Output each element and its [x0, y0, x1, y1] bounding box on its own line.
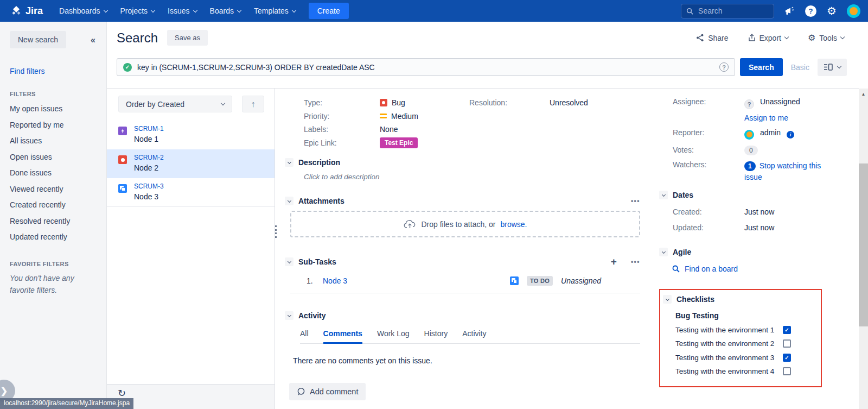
new-search-button[interactable]: New search — [10, 31, 66, 48]
subtask-assignee: Unassigned — [561, 276, 601, 285]
bug-icon — [380, 99, 387, 106]
tab-activity[interactable]: Activity — [462, 329, 486, 338]
activity-tabs: All Comments Work Log History Activity — [300, 329, 640, 344]
nav-boards[interactable]: Boards — [203, 0, 247, 22]
nav-projects[interactable]: Projects — [114, 0, 162, 22]
favorite-filters-empty-text: You don't have any favorite filters. — [10, 272, 97, 296]
layout-switcher-button[interactable] — [818, 59, 847, 76]
type-value: Bug — [392, 98, 405, 107]
issue-row-scrum-3[interactable]: SCRUM-3 Node 3 — [107, 178, 275, 207]
attachments-more-icon[interactable]: ••• — [631, 197, 640, 205]
collapse-section-icon[interactable] — [285, 158, 293, 167]
find-filters-link[interactable]: Find filters — [10, 67, 97, 75]
global-search-input[interactable]: Search — [681, 4, 774, 18]
find-on-board-link[interactable]: Find on a board — [656, 265, 831, 273]
issue-row-scrum-2[interactable]: SCRUM-2 Node 2 — [107, 149, 275, 178]
jql-query-input[interactable]: ✓ key in (SCRUM-1,SCRUM-2,SCRUM-3) ORDER… — [117, 58, 735, 76]
unassigned-avatar-icon: ? — [744, 99, 754, 109]
scrollbar-thumb[interactable] — [859, 163, 868, 326]
collapse-section-icon[interactable] — [285, 311, 293, 320]
checklist-checkbox[interactable] — [783, 354, 791, 362]
nav-boards-label: Boards — [210, 7, 234, 15]
save-as-button[interactable]: Save as — [167, 30, 208, 46]
export-button[interactable]: Export — [748, 34, 788, 42]
basic-mode-link[interactable]: Basic — [791, 63, 809, 72]
checklist-checkbox[interactable] — [783, 339, 791, 348]
search-icon — [686, 8, 693, 15]
checklist-item-label: Testing with the environment 2 — [675, 339, 783, 348]
export-label: Export — [760, 34, 781, 42]
status-url-tooltip: localhost:2990/jira/secure/MyJiraHome.js… — [0, 398, 133, 409]
issue-row-scrum-1[interactable]: SCRUM-1 Node 1 — [107, 121, 275, 149]
votes-badge[interactable]: 0 — [744, 146, 758, 155]
settings-gear-icon[interactable]: ⚙ — [827, 5, 837, 16]
user-avatar[interactable] — [847, 4, 860, 18]
nav-right-group: Search ? ⚙ — [681, 4, 860, 18]
issue-key-link[interactable]: SCRUM-2 — [134, 154, 275, 161]
collapse-section-icon[interactable] — [285, 197, 293, 205]
search-button[interactable]: Search — [740, 58, 783, 76]
checklist-checkbox[interactable] — [783, 367, 791, 375]
subtasks-more-icon[interactable]: ••• — [631, 258, 640, 266]
issue-summary: Node 3 — [134, 192, 275, 201]
sort-direction-button[interactable]: ↑ — [242, 96, 264, 112]
collapse-section-icon[interactable] — [285, 257, 293, 266]
scrollbar-up-icon[interactable]: ▲ — [859, 89, 868, 97]
tab-comments[interactable]: Comments — [323, 329, 362, 338]
nav-issues-label: Issues — [168, 7, 189, 15]
info-icon[interactable]: i — [787, 131, 794, 139]
sidebar-item-reported-by-me[interactable]: Reported by me — [10, 117, 97, 134]
collapse-section-icon[interactable] — [659, 248, 668, 256]
pane-resize-handle[interactable] — [275, 225, 277, 238]
sidebar-item-open-issues[interactable]: Open issues — [10, 149, 97, 166]
tab-history[interactable]: History — [424, 329, 448, 338]
add-comment-button[interactable]: Add comment — [289, 383, 366, 400]
favorite-filters-heading: FAVORITE FILTERS — [10, 261, 97, 267]
help-icon[interactable]: ? — [805, 5, 816, 17]
sidebar-item-my-open-issues[interactable]: My open issues — [10, 101, 97, 117]
watchers-badge[interactable]: 1 — [744, 161, 756, 171]
nav-templates[interactable]: Templates — [247, 0, 302, 22]
collapse-sidebar-icon[interactable]: « — [91, 35, 95, 45]
collapse-section-icon[interactable] — [659, 191, 668, 199]
megaphone-icon[interactable] — [784, 7, 795, 16]
epic-link-label: Epic Link: — [304, 139, 380, 147]
find-on-board-label: Find on a board — [685, 265, 738, 273]
share-label: Share — [708, 34, 728, 42]
checklist-item-label: Testing with the environment 3 — [675, 354, 783, 362]
refresh-icon[interactable]: ↻ — [118, 388, 126, 399]
sidebar-item-resolved-recently[interactable]: Resolved recently — [10, 213, 97, 230]
app-body: New search « Find filters FILTERS My ope… — [0, 22, 868, 409]
sidebar-item-updated-recently[interactable]: Updated recently — [10, 229, 97, 246]
issue-key-link[interactable]: SCRUM-3 — [134, 183, 275, 190]
assignee-label: Assignee: — [673, 97, 744, 122]
checklist-checkbox[interactable] — [783, 326, 791, 334]
tab-all[interactable]: All — [300, 329, 309, 338]
issue-key-link[interactable]: SCRUM-1 — [134, 125, 275, 133]
sidebar-item-created-recently[interactable]: Created recently — [10, 197, 97, 213]
add-subtask-icon[interactable]: + — [611, 256, 617, 268]
browse-link[interactable]: browse. — [500, 220, 527, 229]
vertical-scrollbar[interactable]: ▲ — [859, 89, 868, 409]
tools-button[interactable]: ⚙ Tools — [808, 33, 844, 43]
sidebar-item-viewed-recently[interactable]: Viewed recently — [10, 181, 97, 198]
jql-help-icon[interactable]: ? — [719, 62, 729, 72]
create-button[interactable]: Create — [309, 3, 349, 19]
collapse-section-icon[interactable] — [663, 295, 672, 304]
subtask-link[interactable]: Node 3 — [323, 276, 347, 285]
share-button[interactable]: Share — [696, 34, 728, 42]
jira-logo[interactable]: Jira — [11, 5, 43, 17]
nav-issues[interactable]: Issues — [161, 0, 203, 22]
filter-list: My open issues Reported by me All issues… — [10, 101, 97, 246]
epic-badge[interactable]: Test Epic — [380, 137, 418, 148]
chevron-down-icon — [784, 35, 789, 39]
checklist-item: Testing with the environment 1 — [675, 326, 821, 334]
nav-dashboards[interactable]: Dashboards — [53, 0, 114, 22]
attachment-dropzone[interactable]: Drop files to attach, or browse. — [290, 211, 640, 237]
tab-work-log[interactable]: Work Log — [377, 329, 410, 338]
sidebar-item-done-issues[interactable]: Done issues — [10, 165, 97, 181]
stop-watching-link[interactable]: Stop watching this issue — [744, 161, 821, 181]
sidebar-item-all-issues[interactable]: All issues — [10, 133, 97, 149]
order-by-select[interactable]: Order by Created — [118, 96, 232, 112]
assign-to-me-link[interactable]: Assign to me — [744, 114, 800, 122]
